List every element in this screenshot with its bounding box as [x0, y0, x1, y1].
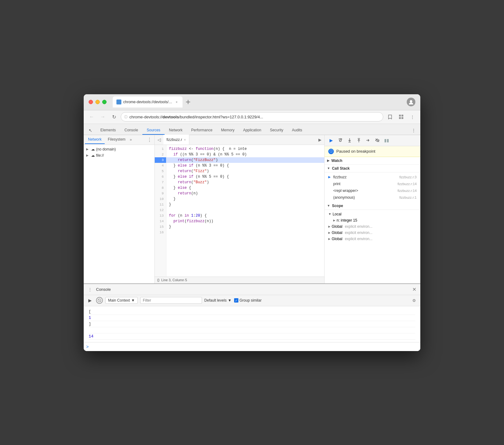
console-close-button[interactable]: ✕ [410, 286, 418, 293]
call-stack-item-print[interactable]: ▶ print fizzbuzz.r:14 [325, 180, 420, 187]
editor-run-button[interactable]: ▶ [316, 135, 324, 144]
console-line-14: 14 [89, 333, 415, 340]
forward-button[interactable]: → [99, 112, 107, 121]
tab-audits[interactable]: Audits [288, 126, 306, 135]
console-value-1: 1 [89, 316, 91, 320]
svg-point-5 [339, 140, 341, 142]
tab-close-button[interactable]: × [174, 100, 179, 104]
menu-icon[interactable]: ⋮ [408, 112, 417, 121]
scope-global-value: explicit environ... [345, 237, 372, 241]
tree-item-no-domain[interactable]: ▶ ☁ (no domain) [84, 146, 154, 152]
resume-button[interactable]: ▶ [327, 136, 335, 144]
code-line-11: } [166, 202, 324, 207]
scope-local-header[interactable]: ▼ Local [325, 211, 420, 217]
editor-status: {} Line 3, Column 5 [155, 277, 324, 283]
title-bar: chrome-devtools://devtools/bu... × [84, 94, 420, 110]
close-button[interactable] [89, 100, 93, 104]
tab-console[interactable]: Console [120, 126, 142, 135]
console-line-bracket-close: ] [89, 321, 415, 327]
line-13: 13 [155, 213, 166, 218]
group-similar-label: Group similar [240, 298, 262, 303]
tab-sources[interactable]: Sources [142, 126, 165, 135]
code-content[interactable]: fizzbuzz <- function(n) { n = inte if ((… [166, 145, 324, 277]
devtools-more-icon[interactable]: ⋮ [409, 126, 418, 135]
tab-network[interactable]: Network [165, 126, 187, 135]
watch-section-header[interactable]: ▶ Watch [325, 157, 420, 165]
back-button[interactable]: ← [87, 112, 96, 121]
panel-kebab-icon[interactable]: ⋮ [146, 136, 153, 143]
tab-application[interactable]: Application [239, 126, 266, 135]
editor-tabs: ◁ fizzbuzz.r × ▶ [155, 135, 324, 145]
filesystem-tab[interactable]: Filesystem [105, 135, 128, 144]
console-levels-label: Default levels [204, 298, 227, 303]
console-settings-button[interactable]: ⚙ [410, 297, 418, 304]
minimize-button[interactable] [95, 100, 100, 104]
scope-local-label: Local [333, 212, 342, 216]
extensions-icon[interactable] [397, 112, 405, 121]
scope-global-value: explicit environ... [345, 224, 372, 229]
console-levels-selector[interactable]: Default levels ▼ [204, 298, 232, 303]
step-over-button[interactable] [336, 136, 344, 144]
call-stack-item-anon[interactable]: ▶ (anonymous) fizzbuzz.r:1 [325, 194, 420, 201]
tab-security[interactable]: Security [266, 126, 288, 135]
console-kebab-icon[interactable]: ⋮ [86, 286, 94, 293]
tab-memory[interactable]: Memory [217, 126, 239, 135]
cursor-tool-icon[interactable]: ↖ [86, 126, 95, 135]
console-group-similar-option[interactable]: ✓ Group similar [234, 298, 262, 303]
editor-back-icon[interactable]: ◁ [155, 135, 163, 144]
deactivate-breakpoints-button[interactable] [373, 136, 381, 144]
call-stack-location: fizzbuzz.r:14 [397, 189, 417, 193]
console-line-bracket-open: [ [89, 309, 415, 315]
tree-item-file[interactable]: ▶ ☁ file:// [84, 152, 154, 159]
profile-icon[interactable] [407, 98, 415, 106]
scope-section-header[interactable]: ▼ Scope [325, 202, 420, 210]
scope-global-3[interactable]: ▶ Global explicit environ... [325, 236, 420, 242]
format-icon: {} [157, 278, 159, 282]
scope-global-label: Global [332, 237, 342, 241]
code-line-3: return("FizzBuzz") [166, 157, 324, 163]
step-into-button[interactable] [346, 136, 354, 144]
console-context-selector[interactable]: Main Context ▼ [105, 297, 138, 304]
code-line-2: if ((n %% 3 == 0) & (n %% 5 == 0) [166, 152, 324, 157]
pause-on-exceptions-button[interactable]: ▮▮ [383, 136, 391, 144]
maximize-button[interactable] [102, 100, 107, 104]
console-levels-arrow-icon: ▼ [228, 298, 232, 303]
console-header: ⋮ Console ✕ [84, 284, 420, 295]
call-stack-item-fizzbuzz[interactable]: ▶ fizzbuzz fizzbuzz.r:3 [325, 174, 420, 180]
breakpoint-text: Paused on breakpoint [336, 149, 375, 154]
console-block-button[interactable] [96, 297, 103, 304]
tab-elements[interactable]: Elements [96, 126, 120, 135]
editor-file-tab[interactable]: fizzbuzz.r × [163, 135, 189, 145]
panel-more-icon[interactable]: » [130, 138, 132, 142]
call-stack-item-repl[interactable]: ▶ <repl wrapper> fizzbuzz.r:14 [325, 187, 420, 194]
code-line-12 [166, 207, 324, 213]
call-stack-name: print [333, 182, 397, 186]
address-input[interactable]: ⓘ chrome-devtools://devtools/bundled/ins… [121, 112, 383, 121]
active-tab[interactable]: chrome-devtools://devtools/bu... × [113, 96, 183, 108]
console-title: Console [96, 287, 111, 292]
call-stack-section-header[interactable]: ▼ Call Stack [325, 165, 420, 172]
console-run-button[interactable]: ▶ [86, 297, 94, 304]
console-input[interactable] [91, 344, 418, 349]
code-line-16 [166, 230, 324, 235]
step-out-button[interactable] [355, 136, 363, 144]
step-button[interactable] [364, 136, 372, 144]
tab-performance[interactable]: Performance [187, 126, 217, 135]
line-16: 16 [155, 230, 166, 235]
scope-global-2[interactable]: ▶ Global explicit environ... [325, 230, 420, 236]
reload-button[interactable]: ↻ [110, 112, 118, 121]
new-tab-button[interactable] [184, 98, 192, 106]
scope-label: Scope [332, 204, 343, 208]
watch-arrow-icon: ▶ [327, 159, 330, 162]
line-6: 6 [155, 174, 166, 180]
svg-point-0 [410, 100, 412, 103]
cloud-icon: ☁ [91, 147, 95, 151]
group-similar-checkbox[interactable]: ✓ [234, 298, 238, 303]
console-filter-input[interactable] [140, 297, 202, 304]
line-2: 2 [155, 152, 166, 157]
editor-tab-close-icon[interactable]: × [184, 138, 186, 142]
network-tab[interactable]: Network [85, 135, 105, 144]
console-line-empty [89, 327, 415, 333]
scope-global-1[interactable]: ▶ Global explicit environ... [325, 223, 420, 230]
bookmark-icon[interactable] [386, 112, 394, 121]
